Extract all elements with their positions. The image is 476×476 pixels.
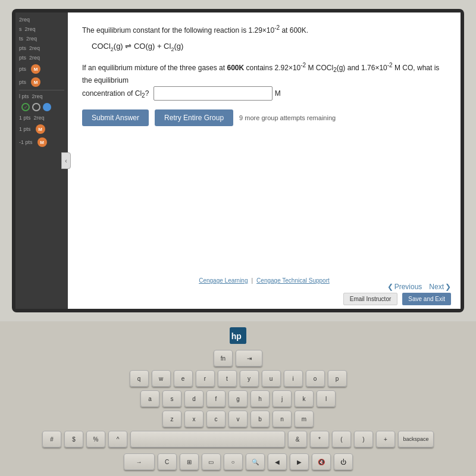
key-asterisk[interactable]: * <box>310 431 329 447</box>
key-r[interactable]: r <box>196 370 215 387</box>
key-t[interactable]: t <box>218 370 237 387</box>
sidebar-item-2[interactable]: s 2req <box>15 24 68 34</box>
key-y[interactable]: y <box>240 370 259 387</box>
answer-input[interactable] <box>154 86 273 101</box>
key-square[interactable]: ⊞ <box>180 453 199 470</box>
keyboard-row-4: # $ % ^ & * ( ) + backspace <box>42 431 434 447</box>
sidebar-item-4[interactable]: pts 2req <box>15 43 68 53</box>
chevron-left-icon: ❮ <box>387 283 393 291</box>
previous-link[interactable]: ❮ Previous <box>387 283 422 291</box>
sidebar-item-11[interactable]: -1 pts M <box>15 136 68 149</box>
key-arrow-left-label: → <box>136 459 142 465</box>
key-d-label: d <box>192 396 196 402</box>
sidebar-divider-1 <box>19 90 64 90</box>
keyboard-area: hp fn ⇥ q w e r t y u i o p a s d f g h … <box>0 321 476 476</box>
key-v-label: v <box>237 416 240 422</box>
reaction-formula: COCl2(g) ⇌ CO(g) + Cl2(g) <box>92 42 446 52</box>
key-vol-down[interactable]: ◀ <box>268 453 287 470</box>
key-tab[interactable]: ⇥ <box>236 350 262 367</box>
key-backspace[interactable]: backspace <box>398 431 434 447</box>
key-fn[interactable]: fn <box>214 350 233 367</box>
key-x[interactable]: x <box>184 411 203 427</box>
footer-buttons: Email Instructor Save and Exit <box>343 293 451 305</box>
key-l[interactable]: l <box>317 390 336 407</box>
key-c-btn[interactable]: C <box>158 453 177 470</box>
key-hash[interactable]: # <box>42 431 61 447</box>
key-lparen[interactable]: ( <box>332 431 351 447</box>
sidebar-item-5[interactable]: pts 2req <box>15 53 68 62</box>
monitor-screen: 2req s 2req ts 2req pts 2req pts 2req pt… <box>15 12 461 309</box>
key-plus[interactable]: + <box>376 431 395 447</box>
key-vol-up[interactable]: ▶ <box>290 453 309 470</box>
key-e[interactable]: e <box>174 370 193 387</box>
key-power-label: ⏻ <box>340 459 346 465</box>
sidebar-item-3[interactable]: ts 2req <box>15 34 68 43</box>
key-p[interactable]: p <box>328 370 347 387</box>
sidebar-pts-11: -1 pts <box>19 139 36 145</box>
key-g[interactable]: g <box>228 390 248 407</box>
next-link[interactable]: Next ❯ <box>429 283 451 291</box>
attempts-remaining: 9 more group attempts remaining <box>239 114 336 121</box>
cengage-learning-link[interactable]: Cengage Learning <box>199 277 248 284</box>
key-d[interactable]: d <box>184 390 203 407</box>
key-arrow-left[interactable]: → <box>124 453 155 470</box>
key-rect[interactable]: ▭ <box>202 453 221 470</box>
key-t-label: t <box>226 375 228 382</box>
key-dollar[interactable]: $ <box>64 431 83 447</box>
keyboard-row-3: z x c v b n m <box>162 411 314 427</box>
submit-answer-button[interactable]: Submit Answer <box>82 109 149 126</box>
key-ampersand[interactable]: & <box>288 431 307 447</box>
sidebar-item-7[interactable]: pts M <box>15 76 68 89</box>
email-instructor-button[interactable]: Email Instructor <box>343 293 397 305</box>
key-percent-label: % <box>93 436 99 443</box>
keyboard-row-1: q w e r t y u i o p <box>130 370 347 387</box>
cengage-support-link[interactable]: Cengage Technical Support <box>256 277 330 284</box>
key-z[interactable]: z <box>162 411 181 427</box>
key-h[interactable]: h <box>250 390 270 407</box>
key-search[interactable]: 🔍 <box>246 453 265 470</box>
key-n[interactable]: n <box>273 411 292 427</box>
key-o[interactable]: o <box>306 370 325 387</box>
key-a[interactable]: a <box>140 390 159 407</box>
key-power[interactable]: ⏻ <box>334 453 353 470</box>
key-rparen-label: ) <box>362 436 364 443</box>
key-ampersand-label: & <box>296 436 300 443</box>
sidebar-pts-6: pts <box>19 66 29 72</box>
sidebar-item-10[interactable]: 1 pts M <box>15 123 68 136</box>
hp-logo-svg: hp <box>230 327 246 344</box>
previous-label: Previous <box>394 283 422 291</box>
sidebar-item-8[interactable]: l pts 2req <box>15 92 68 101</box>
key-rparen[interactable]: ) <box>354 431 373 447</box>
key-caret[interactable]: ^ <box>108 431 127 447</box>
key-b[interactable]: b <box>250 411 270 427</box>
monitor-bezel: 2req s 2req ts 2req pts 2req pts 2req pt… <box>12 9 464 312</box>
key-r-label: r <box>204 375 206 382</box>
key-percent[interactable]: % <box>86 431 105 447</box>
key-plus-label: + <box>384 436 387 443</box>
key-u[interactable]: u <box>262 370 281 387</box>
key-space[interactable] <box>130 431 285 447</box>
check-icon-1: ✓ <box>21 103 30 111</box>
sidebar-item-1[interactable]: 2req <box>15 15 68 24</box>
key-m[interactable]: m <box>295 411 314 427</box>
key-w[interactable]: w <box>152 370 171 387</box>
key-mute[interactable]: 🔇 <box>312 453 331 470</box>
sidebar-badge-7: M <box>31 77 40 87</box>
save-exit-button[interactable]: Save and Exit <box>402 293 451 305</box>
key-s[interactable]: s <box>162 390 181 407</box>
key-q[interactable]: q <box>130 370 149 387</box>
key-c[interactable]: c <box>206 411 226 427</box>
key-u-label: u <box>270 375 273 382</box>
key-i[interactable]: i <box>284 370 303 387</box>
key-v[interactable]: v <box>228 411 248 427</box>
sidebar-collapse-button[interactable]: ‹ <box>61 152 71 169</box>
key-j[interactable]: j <box>273 390 292 407</box>
key-h-label: h <box>258 396 262 402</box>
key-f[interactable]: f <box>206 390 226 407</box>
key-circle[interactable]: ○ <box>224 453 243 470</box>
key-k[interactable]: k <box>295 390 314 407</box>
key-s-label: s <box>171 396 174 402</box>
sidebar-item-6[interactable]: pts M <box>15 62 68 76</box>
retry-group-button[interactable]: Retry Entire Group <box>155 109 233 126</box>
sidebar-item-9[interactable]: 1 pts 2req <box>15 113 68 123</box>
